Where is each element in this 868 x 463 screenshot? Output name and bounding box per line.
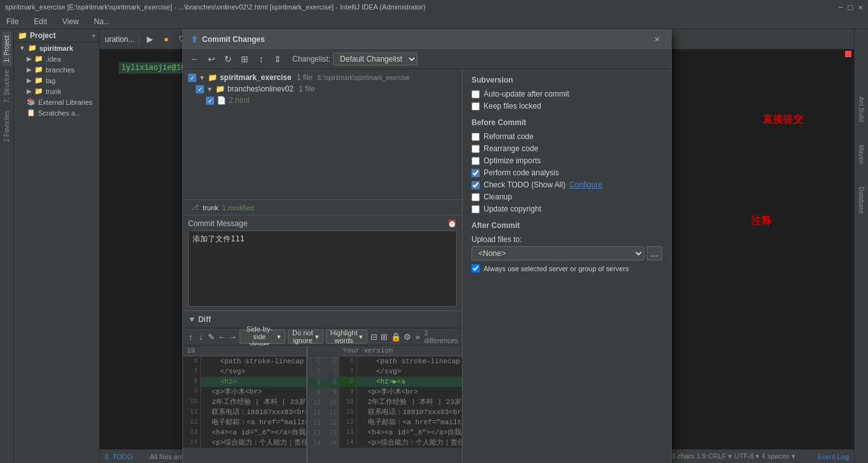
reformat-checkbox[interactable] <box>471 133 480 141</box>
diff-options1-btn[interactable]: ⊟ <box>370 330 377 344</box>
always-checkbox[interactable] <box>471 264 480 272</box>
idea-icon: 📁 <box>34 55 43 63</box>
diff-line: 11 联系电话：188107xxx83<br> <box>183 407 306 417</box>
menu-edit[interactable]: Edit <box>30 16 51 27</box>
tree-trunk[interactable]: ▶ 📁 trunk <box>14 86 99 97</box>
upload-row: <None> ... <box>471 246 662 260</box>
root-count: 1 file <box>297 73 313 82</box>
dlg-grid-btn[interactable]: ⊞ <box>238 52 252 66</box>
right-side-tabs: Ant Build Maven Database <box>854 29 868 463</box>
tree-branch-item[interactable]: ✓ ▼ 📁 branches\onlinev02 1 file <box>183 83 462 95</box>
diff-more-btn[interactable]: » <box>414 330 421 344</box>
code-analysis-checkbox[interactable] <box>471 169 480 177</box>
check-todo-label: Check TODO (Show All) <box>484 180 566 189</box>
auto-update-label: Auto-update after commit <box>484 90 569 98</box>
tab-structure[interactable]: 7: Structure <box>2 66 11 107</box>
ext-lib-icon: 📚 <box>27 98 36 106</box>
dlg-sort2-btn[interactable]: ⇕ <box>271 52 285 66</box>
idea-label: .idea <box>46 55 61 63</box>
diff-line-added: 8 <h2> <box>183 377 306 387</box>
scratches-icon: 📋 <box>27 109 36 117</box>
tree-idea[interactable]: ▶ 📁 .idea <box>14 53 99 64</box>
diff-edit-btn[interactable]: ✎ <box>207 330 215 344</box>
optimize-checkbox[interactable] <box>471 157 480 165</box>
always-label: Always use selected server or group of s… <box>484 265 629 272</box>
rearrange-checkbox[interactable] <box>471 145 480 153</box>
tab-ant-build[interactable]: Ant Build <box>857 93 866 126</box>
reformat-row: Reformat code <box>471 132 662 141</box>
auto-update-checkbox[interactable] <box>471 90 480 98</box>
menu-file[interactable]: File <box>3 16 22 27</box>
tag-label: tag <box>46 77 55 84</box>
dlg-refresh-btn[interactable]: ↻ <box>221 52 235 66</box>
diff-down-btn[interactable]: ↓ <box>197 330 205 344</box>
tag-icon: 📁 <box>34 76 43 84</box>
changelist-select[interactable]: Default Changelist <box>333 53 417 65</box>
tree-root-item[interactable]: ✓ ▼ 📁 spiritmark_exercise 1 file E:\spir… <box>183 72 462 83</box>
diff-options2-btn[interactable]: ⊞ <box>381 330 388 344</box>
tab-favorites[interactable]: 2 Favorites <box>2 107 11 145</box>
configure-link[interactable]: Configure <box>569 180 602 189</box>
tree-branches[interactable]: ▶ 📁 branches <box>14 64 99 75</box>
dlg-right-panel: Subversion Auto-update after commit Keep… <box>463 69 671 463</box>
root-folder-icon: 📁 <box>208 73 217 82</box>
diff-expand-icon[interactable]: ▼ <box>188 315 196 324</box>
update-copyright-checkbox[interactable] <box>471 205 480 213</box>
optimize-label: Optimize imports <box>484 156 541 165</box>
cleanup-row: Cleanup <box>471 192 662 201</box>
sidebar: 📁 Project ▾ ▼ 📁 spiritmark ▶ 📁 .idea ▶ 📁… <box>14 29 100 463</box>
diff-toolbar: ↑ ↓ ✎ ← → Side-by-side viewer ▾ <box>183 328 462 346</box>
diff-left-pane[interactable]: 19 6 <path stroke-linecap 7 <box>183 346 308 463</box>
debug-btn[interactable]: ● <box>159 32 173 46</box>
tree-root[interactable]: ▼ 📁 spiritmark <box>14 43 99 53</box>
diff-line: 13 <h4><a id="_6"></a>自我描述</h4> <box>183 427 306 438</box>
upload-select[interactable]: <None> <box>471 246 644 260</box>
diff-ignore-btn[interactable]: Do not ignore ▾ <box>288 330 323 344</box>
minimize-btn[interactable]: − <box>838 3 843 12</box>
diff-left-btn[interactable]: ← <box>218 330 226 344</box>
dialog-toolbar: ← ↩ ↻ ⊞ ↕ ⇕ Changelist: Default Changeli… <box>183 49 671 69</box>
tab-maven[interactable]: Maven <box>857 141 866 168</box>
diff-line: 7 </svg> <box>339 366 463 377</box>
diff-line: 6 <path stroke-linecap <box>183 356 306 366</box>
close-btn[interactable]: × <box>858 3 863 12</box>
file-checkbox[interactable]: ✓ <box>206 97 214 105</box>
auto-update-row: Auto-update after commit <box>471 90 662 98</box>
keep-locked-checkbox[interactable] <box>471 102 480 111</box>
tab-database[interactable]: Database <box>857 183 866 218</box>
diff-lock-btn[interactable]: 🔒 <box>391 330 401 344</box>
dialog-body: ✓ ▼ 📁 spiritmark_exercise 1 file E:\spir… <box>183 69 671 463</box>
tree-scratches[interactable]: 📋 Scratches a... <box>14 107 99 118</box>
diff-right-pane[interactable]: Your version 6 <path stroke-linecap 7 <box>339 346 463 463</box>
tree-ext-lib[interactable]: 📚 External Libraries <box>14 97 99 107</box>
window-title: spiritmark_exercise [E:\spiritmark\spiri… <box>5 3 425 11</box>
diff-viewer-btn[interactable]: Side-by-side viewer ▾ <box>240 330 285 344</box>
diff-highlight-btn[interactable]: Highlight words ▾ <box>326 330 368 344</box>
maximize-btn[interactable]: □ <box>848 3 853 12</box>
project-icon: 📁 <box>18 31 27 40</box>
branch-checkbox[interactable]: ✓ <box>196 85 204 93</box>
tree-tag[interactable]: ▶ 📁 tag <box>14 75 99 86</box>
upload-label: Upload files to: <box>471 235 662 244</box>
dialog-close-btn[interactable]: × <box>651 33 663 46</box>
branch-name: branches\onlinev02 <box>227 84 294 93</box>
diff-right-btn[interactable]: → <box>229 330 237 344</box>
diff-settings-btn[interactable]: ⚙ <box>403 330 411 344</box>
check-todo-checkbox[interactable] <box>471 181 480 189</box>
root-name: spiritmark_exercise <box>220 73 292 82</box>
event-log[interactable]: Event Log <box>817 453 849 460</box>
tree-file-item[interactable]: ✓ 📄 2.html <box>183 95 462 106</box>
diff-up-btn[interactable]: ↑ <box>187 330 194 344</box>
upload-browse-btn[interactable]: ... <box>647 246 662 260</box>
tab-project[interactable]: 1: Project <box>2 32 11 66</box>
dlg-back-btn[interactable]: ← <box>188 52 202 66</box>
menu-view[interactable]: View <box>58 16 83 27</box>
commit-msg-input[interactable]: <span class="msg-highlighted" data-bind=… <box>188 231 457 307</box>
status-encoding: 8 chars 1:9 CRLF ▾ UTF-8 ▾ 4 spaces ▾ <box>672 452 796 460</box>
dlg-undo-btn[interactable]: ↩ <box>205 52 219 66</box>
dlg-sort1-btn[interactable]: ↕ <box>254 52 268 66</box>
root-checkbox[interactable]: ✓ <box>188 74 196 82</box>
run-btn[interactable]: ▶ <box>143 32 157 46</box>
menu-navigate[interactable]: Na... <box>90 16 114 27</box>
cleanup-checkbox[interactable] <box>471 193 480 201</box>
